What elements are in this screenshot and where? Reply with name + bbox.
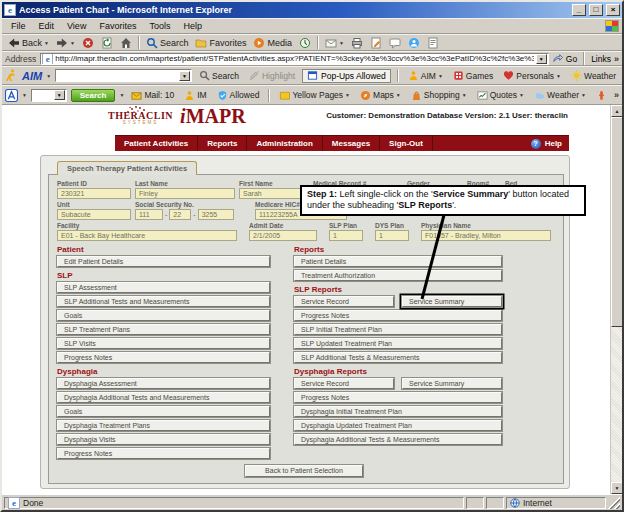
btn-slp-assessment[interactable]: SLP Assessment [57, 282, 270, 293]
btn-report-patient-details[interactable]: Patient Details [294, 256, 502, 267]
btn-slp-initial-treatment-plan[interactable]: SLP Initial Treatment Plan [294, 324, 502, 335]
scroll-up-icon[interactable]: ▲ [611, 105, 622, 117]
aol-logo-dropdown-icon[interactable]: ▼ [22, 92, 27, 98]
btn-slp-additional-tests[interactable]: SLP Additional Tests and Measurements [57, 296, 270, 307]
tab-speech-therapy-patient-activities[interactable]: Speech Therapy Patient Activities [57, 161, 197, 175]
aim-menu-button[interactable]: AIM ▼ [405, 70, 446, 81]
more-tools-chevron-icon[interactable]: » [614, 90, 619, 100]
btn-slp-service-summary[interactable]: Service Summary [402, 296, 502, 307]
search-button[interactable]: Search [143, 37, 192, 49]
aim-brand-dropdown-icon[interactable]: ▼ [46, 73, 51, 79]
btn-dysphagia-visits[interactable]: Dysphagia Visits [57, 434, 270, 445]
edit-button[interactable] [367, 37, 385, 49]
yellow-pages-button[interactable]: Yellow Pages ▼ [276, 90, 353, 101]
back-dropdown-icon[interactable]: ▼ [44, 40, 49, 46]
go-button[interactable]: Go [553, 54, 577, 64]
hot-deals-button[interactable] [593, 90, 610, 101]
discuss-button[interactable] [386, 37, 404, 49]
scroll-down-icon[interactable]: ▼ [611, 482, 622, 494]
address-input[interactable]: e http://imapr.theraclin.com/imaprtest/p… [40, 53, 549, 65]
btn-dysphagia-progress-notes[interactable]: Progress Notes [57, 448, 270, 459]
toolbar-separator [583, 52, 585, 65]
highlight-button[interactable]: Highlight [246, 70, 298, 81]
btn-slp-treatment-plans[interactable]: SLP Treatment Plans [57, 324, 270, 335]
btn-slp-progress-notes[interactable]: Progress Notes [57, 352, 270, 363]
btn-dysphagia-report-progress-notes[interactable]: Progress Notes [294, 392, 502, 403]
nav-sign-out[interactable]: Sign-Out [380, 136, 433, 151]
shopping-button[interactable]: Shopping ▼ [408, 90, 470, 101]
menu-view[interactable]: View [61, 21, 92, 31]
back-to-patient-selection-button[interactable]: Back to Patient Selection [245, 465, 363, 477]
btn-dysphagia-additional-tests[interactable]: Dysphagia Additional Tests and Measureme… [57, 392, 270, 403]
popups-allowed-button[interactable]: Pop-Ups Allowed [302, 69, 391, 83]
toolbar-separator [138, 36, 140, 49]
scrollbar-thumb[interactable] [611, 117, 622, 327]
resize-grip[interactable] [608, 497, 620, 509]
minimize-icon[interactable]: _ [572, 4, 586, 16]
research-button[interactable] [424, 37, 442, 49]
btn-dysphagia-service-record[interactable]: Service Record [294, 378, 394, 389]
btn-slp-report-progress-notes[interactable]: Progress Notes [294, 310, 502, 321]
menu-help[interactable]: Help [177, 21, 208, 31]
forward-button[interactable]: ▼ [53, 37, 78, 49]
nav-reports[interactable]: Reports [198, 136, 247, 151]
home-button[interactable] [117, 37, 135, 49]
popups-allowed-indicator[interactable]: Allowed [214, 90, 263, 101]
aol-search-options-icon[interactable]: ▼ [119, 92, 124, 98]
maximize-icon[interactable]: □ [589, 4, 603, 16]
aim-weather-button[interactable]: Weather [568, 70, 619, 81]
quotes-button[interactable]: Quotes ▼ [474, 90, 527, 101]
stop-button[interactable] [79, 37, 97, 49]
btn-dysphagia-treatment-plans[interactable]: Dysphagia Treatment Plans [57, 420, 270, 431]
btn-slp-updated-treatment-plan[interactable]: SLP Updated Treatment Plan [294, 338, 502, 349]
aim-search-input[interactable]: ▼ [55, 69, 192, 82]
menu-tools[interactable]: Tools [143, 21, 176, 31]
messenger-button[interactable] [405, 37, 423, 49]
btn-dysphagia-initial-treatment-plan[interactable]: Dysphagia Initial Treatment Plan [294, 406, 502, 417]
back-button[interactable]: Back ▼ [5, 37, 52, 49]
nav-help[interactable]: ? Help [524, 136, 569, 151]
customer-info: Customer: Demonstration Database Version… [326, 111, 568, 120]
maps-button[interactable]: Maps ▼ [357, 90, 404, 101]
aim-search-dropdown-icon[interactable]: ▼ [179, 71, 190, 81]
mail-dropdown-icon[interactable]: ▼ [339, 40, 344, 46]
vertical-scrollbar[interactable]: ▲ ▼ [610, 105, 622, 494]
refresh-button[interactable] [98, 37, 116, 49]
btn-dysphagia-assessment[interactable]: Dysphagia Assessment [57, 378, 270, 389]
btn-dysphagia-goals[interactable]: Goals [57, 406, 270, 417]
menu-edit[interactable]: Edit [33, 21, 61, 31]
favorites-button[interactable]: Favorites [192, 37, 249, 49]
personals-button[interactable]: Personals ▼ [500, 70, 564, 81]
games-button[interactable]: Games [450, 70, 496, 81]
btn-treatment-authorization[interactable]: Treatment Authorization [294, 270, 502, 281]
btn-dysphagia-additional-tests-report[interactable]: Dysphagia Additional Tests & Measurement… [294, 434, 502, 445]
btn-dysphagia-updated-treatment-plan[interactable]: Dysphagia Updated Treatment Plan [294, 420, 502, 431]
aol-search-dropdown-icon[interactable]: ▼ [54, 90, 65, 100]
nav-administration[interactable]: Administration [247, 136, 322, 151]
aol-im-button[interactable]: IM [181, 90, 209, 101]
links-button[interactable]: Links » [591, 54, 619, 64]
aol-search-input[interactable]: ▼ [31, 89, 67, 102]
aol-search-button[interactable]: Search [71, 89, 116, 102]
mail-button[interactable]: ▼ [322, 37, 347, 49]
aol-mail-button[interactable]: Mail: 10 [128, 90, 177, 101]
btn-slp-visits[interactable]: SLP Visits [57, 338, 270, 349]
btn-slp-service-record[interactable]: Service Record [294, 296, 394, 307]
nav-patient-activities[interactable]: Patient Activities [115, 136, 198, 151]
btn-dysphagia-service-summary[interactable]: Service Summary [402, 378, 502, 389]
forward-dropdown-icon[interactable]: ▼ [70, 40, 75, 46]
btn-slp-additional-tests-report[interactable]: SLP Additional Tests & Measurements [294, 352, 502, 363]
aim-brand[interactable]: AIM [22, 70, 42, 82]
menu-favorites[interactable]: Favorites [93, 21, 142, 31]
menu-file[interactable]: File [5, 21, 32, 31]
nav-messages[interactable]: Messages [323, 136, 380, 151]
btn-edit-patient-details[interactable]: Edit Patient Details [57, 256, 270, 267]
history-button[interactable] [296, 37, 314, 49]
aim-search-button[interactable]: Search [196, 70, 242, 81]
address-dropdown-icon[interactable]: ▼ [536, 54, 547, 64]
aol-weather-button[interactable]: Weather ▼ [531, 90, 589, 101]
media-button[interactable]: Media [250, 37, 295, 49]
btn-slp-goals[interactable]: Goals [57, 310, 270, 321]
print-button[interactable] [348, 37, 366, 49]
close-icon[interactable]: × [606, 4, 620, 16]
